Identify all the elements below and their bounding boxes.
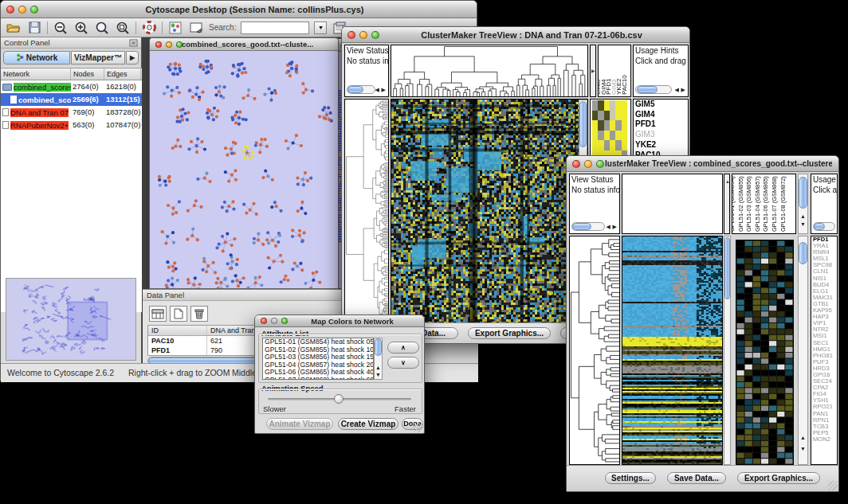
scroll-up-arrow[interactable]: ▲	[375, 365, 381, 371]
vizmap-icon[interactable]	[167, 21, 183, 35]
scroll-left-arrow[interactable]: ◀	[675, 87, 679, 93]
close-button[interactable]	[261, 318, 267, 324]
zoom-in-icon[interactable]	[73, 21, 89, 35]
minimize-button[interactable]	[18, 6, 26, 14]
move-down-button[interactable]: ∨	[387, 357, 419, 369]
network-tree-row[interactable]: combined_sco2569(6)13112(15)	[1, 93, 142, 106]
scroll-right-arrow[interactable]: ▶	[681, 87, 685, 93]
scroll-thumb[interactable]	[799, 242, 807, 264]
attribute-list-item[interactable]: GPL51-07 (GSM868) heat shock 60 min	[263, 377, 373, 380]
heatmap-detail[interactable]	[736, 240, 794, 465]
network-canvas[interactable]	[150, 51, 338, 288]
tab-network[interactable]: Network	[3, 51, 70, 64]
export-graphics-button[interactable]: Export Graphics...	[468, 327, 551, 339]
scroll-down-arrow[interactable]: ▼	[800, 221, 806, 228]
zoom-heatmap-matrix[interactable]	[592, 100, 627, 160]
tab-vizmapper[interactable]: VizMapper™	[71, 51, 125, 64]
minimize-button[interactable]	[584, 160, 592, 168]
network-tree-row[interactable]: RNAPuberNov2+563(0)107847(0)	[1, 119, 142, 131]
gene-label[interactable]: GIM4	[634, 110, 688, 120]
scroll-thumb[interactable]	[347, 86, 363, 93]
scroll-down-arrow[interactable]: ▼	[800, 446, 806, 452]
hscrollbar[interactable]: ◀ ▶	[571, 221, 618, 232]
trash-icon[interactable]	[190, 306, 208, 322]
scroll-up-arrow[interactable]: ▲	[800, 435, 806, 441]
zoom-selected-icon[interactable]	[115, 21, 131, 35]
heatmap-global[interactable]	[622, 236, 723, 465]
scroll-thumb[interactable]	[579, 101, 587, 147]
zoom-button[interactable]	[371, 31, 379, 39]
splitter[interactable]: ▲	[724, 174, 730, 234]
gene-label[interactable]: PFD1	[634, 119, 688, 130]
row-dendrogram[interactable]	[569, 236, 620, 465]
minimize-button[interactable]	[166, 41, 172, 48]
hscrollbar[interactable]	[813, 221, 835, 232]
search-input[interactable]	[241, 21, 309, 34]
array-column-label: GPL51-08 (GSM872)	[780, 176, 787, 232]
row-dendrogram[interactable]	[344, 99, 389, 324]
attribute-list[interactable]: GPL51-01 (GSM854) heat shock 05 minGPL51…	[262, 338, 374, 380]
scroll-up-arrow[interactable]: ▲	[800, 213, 806, 220]
help-lifesaver-icon[interactable]	[141, 21, 157, 35]
birds-eye-view[interactable]	[6, 278, 136, 361]
scroll-thumb[interactable]	[637, 86, 658, 93]
float-panel-icon[interactable]	[129, 39, 138, 47]
scroll-right-arrow[interactable]: ▶	[613, 224, 617, 230]
scroll-thumb[interactable]	[814, 223, 825, 230]
scroll-thumb[interactable]	[375, 338, 382, 356]
gene-vscrollbar[interactable]	[798, 236, 808, 465]
zoom-button[interactable]	[596, 160, 604, 168]
splitter[interactable]: ▶	[590, 45, 596, 97]
scroll-thumb[interactable]	[724, 237, 730, 299]
save-icon[interactable]	[26, 21, 42, 35]
export-graphics-button[interactable]: Export Graphics...	[737, 472, 820, 484]
slider-thumb[interactable]	[334, 394, 344, 404]
resize-grip[interactable]	[414, 423, 423, 432]
scroll-thumb[interactable]	[799, 177, 807, 209]
open-folder-icon[interactable]	[6, 21, 22, 35]
annotation-icon[interactable]	[188, 21, 204, 35]
network-tree-row[interactable]: combined_scores2764(0)16218(0)	[1, 80, 142, 93]
heatmap-global[interactable]: ▲ ▼	[391, 99, 588, 324]
gene-label[interactable]: MON2	[811, 436, 837, 443]
network-tree-row[interactable]: DNA and Tran 07769(0)183728(0)	[1, 106, 142, 119]
gene-label[interactable]: YKE2	[634, 140, 688, 150]
tab-overflow-arrow[interactable]: ▶	[126, 51, 139, 64]
zoom-button[interactable]	[30, 6, 38, 14]
scroll-left-arrow[interactable]: ◀	[607, 224, 610, 230]
save-data-button[interactable]: Save Data...	[667, 472, 726, 484]
hscrollbar[interactable]: ◀ ▶	[635, 84, 686, 95]
create-vizmap-button[interactable]: Create Vizmap	[338, 418, 398, 430]
treeview-window-combined: ClusterMaker TreeView : combined_scores_…	[566, 155, 839, 492]
main-titlebar[interactable]: Cytoscape Desktop (Session Name: collins…	[1, 1, 477, 18]
move-up-button[interactable]: ∧	[387, 342, 419, 354]
scroll-thumb[interactable]	[572, 223, 591, 230]
settings-button[interactable]: Settings...	[605, 472, 656, 484]
column-dendrogram[interactable]	[391, 45, 588, 97]
heatmap-canvas[interactable]	[391, 100, 579, 323]
zoom-fit-icon[interactable]	[94, 21, 110, 35]
scroll-left-arrow[interactable]: ◀	[375, 87, 379, 93]
minimize-button[interactable]	[359, 31, 367, 39]
network-name: combined_scores	[14, 83, 71, 92]
column-tree-panel[interactable]	[622, 174, 723, 234]
gene-label[interactable]: GIM3	[634, 130, 688, 140]
new-doc-icon[interactable]	[170, 306, 187, 322]
zoom-out-icon[interactable]	[53, 21, 69, 35]
minimize-button[interactable]	[271, 318, 277, 324]
window-controls[interactable]	[6, 1, 38, 18]
scroll-right-arrow[interactable]: ▶	[382, 87, 386, 93]
resize-grip[interactable]	[828, 481, 838, 490]
edges-count: 13112(15)	[104, 93, 141, 106]
table-icon[interactable]	[149, 306, 167, 322]
gene-label[interactable]: GIM5	[634, 100, 688, 110]
array-column-labels: GPL51-01 (GSM854)GPL51-02 (GSM855)GPL51-…	[732, 174, 796, 234]
close-button[interactable]	[347, 31, 355, 39]
close-button[interactable]	[572, 160, 580, 168]
animate-vizmap-button[interactable]: Animate Vizmap	[266, 418, 333, 430]
hscrollbar[interactable]: ◀ ▶	[347, 84, 387, 95]
search-dropdown-button[interactable]: ▼	[314, 21, 327, 34]
close-button[interactable]	[6, 6, 14, 14]
close-button[interactable]	[155, 41, 162, 48]
scroll-down-arrow[interactable]: ▼	[375, 372, 381, 378]
